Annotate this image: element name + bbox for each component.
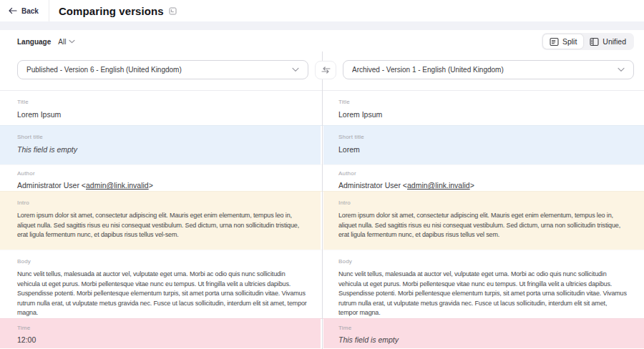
chevron-down-icon — [69, 39, 75, 44]
unified-view-button[interactable]: Unified — [583, 34, 633, 49]
swap-arrows-icon — [321, 67, 331, 74]
field-value: Administrator User <admin@link.invalid> — [338, 181, 627, 190]
split-view-icon — [550, 37, 559, 46]
author-suffix: > — [470, 181, 474, 190]
row-title-right: Title Lorem Ipsum — [322, 91, 644, 125]
row-short-title-left: Short title This field is empty — [0, 126, 322, 164]
comparing-versions-dialog: Back Comparing versions Language All — [0, 0, 644, 349]
page-title-wrap: Comparing versions — [59, 5, 177, 17]
unified-label: Unified — [602, 37, 626, 46]
language-dropdown[interactable]: All — [58, 38, 75, 46]
right-version-value: Archived - Version 1 - English (United K… — [352, 66, 618, 74]
author-suffix: > — [149, 181, 153, 190]
split-view-button[interactable]: Split — [543, 34, 583, 49]
compare-area: Published - Version 6 - English (United … — [0, 51, 644, 349]
field-label: Body — [17, 258, 309, 265]
row-title-left: Title Lorem Ipsum — [0, 91, 322, 125]
split-label: Split — [562, 37, 577, 46]
header: Back Comparing versions — [0, 0, 644, 21]
field-label: Intro — [338, 200, 627, 206]
left-version-value: Published - Version 6 - English (United … — [26, 66, 292, 74]
field-label: Short title — [338, 134, 627, 140]
row-intro-left: Intro Lorem ipsum dolor sit amet, consec… — [0, 192, 322, 250]
field-label: Body — [338, 258, 627, 265]
field-label: Title — [17, 99, 309, 105]
row-short-title-right: Short title Lorem — [322, 126, 644, 164]
author-name: Administrator User < — [17, 181, 86, 190]
chevron-down-icon — [618, 67, 625, 72]
gap-strip — [0, 21, 644, 30]
row-body-left: Body Nunc velit tellus, malesuada at auc… — [0, 250, 322, 318]
field-label: Author — [338, 170, 627, 177]
page-title: Comparing versions — [59, 5, 164, 17]
field-label: Title — [338, 99, 627, 105]
unified-view-icon — [590, 37, 599, 46]
language-label: Language — [17, 38, 51, 46]
right-version-select[interactable]: Archived - Version 1 - English (United K… — [343, 60, 634, 79]
language-value: All — [58, 38, 66, 46]
field-value: 12:00 — [17, 335, 309, 344]
field-label: Short title — [17, 134, 309, 140]
field-label: Author — [17, 170, 309, 177]
field-paragraph: Lorem ipsum dolor sit amet, consectetur … — [338, 211, 627, 240]
back-label: Back — [21, 7, 39, 15]
field-value: Lorem Ipsum — [338, 110, 627, 119]
row-time-left: Time 12:00 — [0, 319, 322, 348]
chevron-down-icon — [292, 67, 299, 72]
row-author-right: Author Administrator User <admin@link.in… — [322, 165, 644, 191]
field-value: Lorem — [338, 145, 627, 154]
left-version-select[interactable]: Published - Version 6 - English (United … — [17, 60, 308, 79]
field-label: Time — [338, 325, 627, 331]
back-button[interactable]: Back — [0, 0, 49, 21]
author-email-link[interactable]: admin@link.invalid — [86, 181, 149, 190]
author-email-link[interactable]: admin@link.invalid — [407, 181, 470, 190]
field-paragraph: Nunc velit tellus, malesuada at auctor v… — [17, 270, 309, 318]
field-value-empty: This field is empty — [17, 145, 309, 154]
row-author-left: Author Administrator User <admin@link.in… — [0, 165, 322, 191]
view-mode-toggle: Split Unified — [542, 33, 634, 50]
row-body-right: Body Nunc velit tellus, malesuada at auc… — [322, 250, 644, 318]
row-time-right: Time This field is empty — [322, 319, 644, 348]
author-name: Administrator User < — [338, 181, 407, 190]
toolbar: Language All Split Unified — [0, 30, 644, 51]
field-paragraph: Lorem ipsum dolor sit amet, consectetur … — [17, 211, 309, 240]
field-value: Administrator User <admin@link.invalid> — [17, 181, 309, 190]
field-value: Lorem Ipsum — [17, 110, 309, 119]
field-paragraph: Nunc velit tellus, malesuada at auctor v… — [338, 270, 627, 318]
field-label: Intro — [17, 200, 309, 206]
row-intro-right: Intro Lorem ipsum dolor sit amet, consec… — [322, 192, 644, 250]
arrow-left-icon — [9, 7, 17, 14]
field-value-empty: This field is empty — [338, 335, 627, 344]
versions-badge-icon — [169, 7, 177, 15]
swap-versions-button[interactable] — [315, 61, 336, 79]
field-label: Time — [17, 325, 309, 331]
column-divider — [322, 51, 323, 349]
